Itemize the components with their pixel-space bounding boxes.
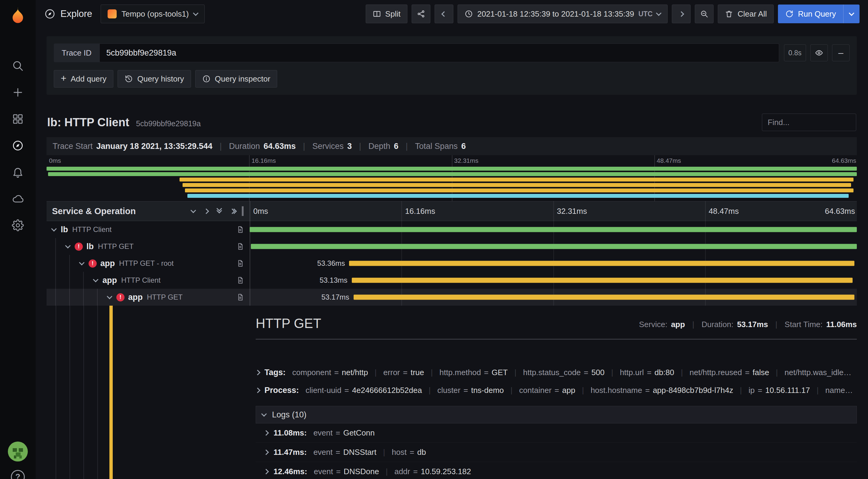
- time-range-label: 2021-01-18 12:35:39 to 2021-01-18 13:35:…: [477, 9, 634, 19]
- query-inspector-button[interactable]: Query inspector: [195, 70, 277, 88]
- span-timeline-cell[interactable]: [250, 221, 857, 238]
- log-row[interactable]: 11.47ms:event=DNSStart|host=db: [256, 443, 857, 462]
- time-picker-button[interactable]: 2021-01-18 12:35:39 to 2021-01-18 13:35:…: [458, 4, 668, 23]
- explore-compass-icon[interactable]: [11, 139, 25, 152]
- column-resize-handle[interactable]: [242, 206, 244, 216]
- add-query-button[interactable]: + Add query: [54, 70, 113, 88]
- log-row[interactable]: 11.08ms:event=GetConn: [256, 423, 857, 443]
- logs-label: Logs (10): [272, 410, 306, 419]
- query-editor-panel: Trace ID 0.8s – + Add query Query: [46, 36, 857, 95]
- indent-guide: [55, 272, 56, 289]
- explore-toolbar: Explore Tempo (ops-tools1) Split 2021-01…: [36, 0, 868, 28]
- kv-value: app-8498cb7b9d-l7h4z: [653, 386, 733, 395]
- span-row[interactable]: lbHTTP Client: [46, 221, 857, 238]
- chevron-right-icon: [256, 370, 260, 375]
- kv-key: client-uuid: [306, 386, 342, 395]
- log-row[interactable]: 12.46ms:event=DNSDone|addr=10.59.253.182: [256, 462, 857, 479]
- tags-row[interactable]: Tags: component=net/http|error=true|http…: [256, 368, 857, 377]
- clear-all-button[interactable]: Clear All: [718, 4, 774, 23]
- process-row[interactable]: Process: client-uuid=4e24666612b52dea|cl…: [256, 386, 857, 395]
- span-document-icon[interactable]: [236, 260, 244, 267]
- span-row[interactable]: appHTTP Client53.13ms: [46, 272, 857, 289]
- kv-value: net/http: [342, 368, 368, 377]
- span-name-cell[interactable]: !lbHTTP GET: [46, 238, 250, 255]
- collapse-query-button[interactable]: –: [832, 44, 849, 61]
- kv-value: 10.56.111.17: [765, 386, 810, 395]
- datasource-picker[interactable]: Tempo (ops-tools1): [101, 4, 205, 23]
- span-duration-label: 53.17ms: [321, 293, 353, 301]
- chevron-down-icon[interactable]: [107, 294, 112, 299]
- span-document-icon[interactable]: [236, 242, 244, 250]
- meta-label: Duration: [229, 142, 260, 151]
- expand-one-icon[interactable]: [204, 208, 209, 214]
- span-service-name: lb: [61, 225, 68, 234]
- kv-value: 500: [591, 368, 604, 377]
- span-timeline-cell[interactable]: 53.13ms: [250, 272, 857, 289]
- span-document-icon[interactable]: [236, 276, 244, 284]
- kv-separator: |: [611, 368, 613, 377]
- meta-separator: |: [303, 142, 305, 151]
- share-button[interactable]: [412, 4, 430, 23]
- alerting-bell-icon[interactable]: [11, 165, 25, 179]
- kv-value: tns-demo: [471, 386, 504, 395]
- kv-value: false: [752, 368, 769, 377]
- kv-separator: |: [817, 386, 819, 395]
- chevron-right-icon: [263, 430, 269, 436]
- span-name-cell[interactable]: !appHTTP GET: [46, 289, 250, 306]
- cloud-icon[interactable]: [11, 192, 25, 206]
- expand-all-icon[interactable]: [230, 209, 234, 213]
- grafana-logo-icon[interactable]: [8, 6, 27, 25]
- span-timeline-cell[interactable]: [250, 238, 857, 255]
- history-icon: [125, 75, 133, 83]
- span-timeline-cell[interactable]: 53.36ms: [250, 255, 857, 272]
- logs-accordion: Logs (10) 11.08ms:event=GetConn11.47ms:e…: [256, 406, 857, 479]
- kv-key: error: [383, 368, 400, 377]
- collapse-one-icon[interactable]: [190, 207, 196, 213]
- split-button[interactable]: Split: [366, 4, 408, 23]
- span-document-icon[interactable]: [236, 226, 244, 234]
- tags-label: Tags:: [265, 368, 286, 377]
- span-name-cell[interactable]: lbHTTP Client: [46, 221, 250, 238]
- chevron-down-icon[interactable]: [51, 226, 57, 231]
- chevron-down-icon[interactable]: [93, 277, 98, 282]
- span-name-cell[interactable]: appHTTP Client: [46, 272, 250, 289]
- help-icon[interactable]: ?: [11, 470, 25, 479]
- span-service-name: app: [100, 259, 115, 268]
- dashboards-icon[interactable]: [11, 112, 25, 126]
- kv-separator: |: [681, 368, 683, 377]
- span-document-icon[interactable]: [236, 293, 244, 301]
- error-icon: !: [116, 293, 125, 301]
- timeline-tick-label: 16.16ms: [401, 207, 435, 216]
- zoom-out-button[interactable]: [695, 4, 714, 23]
- indent-guide: [83, 289, 84, 306]
- toggle-visibility-button[interactable]: [810, 44, 828, 61]
- meta-separator: |: [359, 142, 361, 151]
- collapse-all-icon[interactable]: [217, 209, 221, 213]
- chevron-down-icon[interactable]: [65, 243, 70, 248]
- trace-id-input[interactable]: [99, 43, 779, 62]
- minimap-span-bar: [180, 178, 854, 181]
- run-query-button[interactable]: Run Query: [778, 4, 860, 23]
- query-history-button[interactable]: Query history: [118, 70, 191, 88]
- span-name-cell[interactable]: !appHTTP GET - root: [46, 255, 250, 272]
- chevron-down-icon: [193, 10, 198, 16]
- find-input[interactable]: [762, 113, 856, 131]
- run-query-caret[interactable]: [843, 4, 860, 23]
- span-timeline-cell[interactable]: 53.17ms: [250, 289, 857, 306]
- span-row[interactable]: !lbHTTP GET: [46, 238, 857, 255]
- explore-icon: [44, 8, 56, 20]
- span-row[interactable]: !appHTTP GET53.17ms: [46, 289, 857, 306]
- span-service-name: app: [102, 276, 117, 285]
- user-avatar[interactable]: [8, 442, 28, 461]
- span-row[interactable]: !appHTTP GET - root53.36ms: [46, 255, 857, 272]
- time-back-button[interactable]: [435, 4, 453, 23]
- settings-gear-icon[interactable]: [11, 218, 25, 232]
- time-forward-button[interactable]: [672, 4, 690, 23]
- create-plus-icon[interactable]: [11, 85, 25, 99]
- chevron-down-icon[interactable]: [79, 260, 84, 265]
- search-icon[interactable]: [11, 59, 25, 73]
- logs-header[interactable]: Logs (10): [256, 406, 857, 423]
- equals-sign: =: [403, 368, 407, 377]
- trace-minimap[interactable]: 0ms16.16ms32.31ms48.47ms64.63ms: [46, 155, 857, 201]
- zoom-out-icon: [700, 10, 708, 18]
